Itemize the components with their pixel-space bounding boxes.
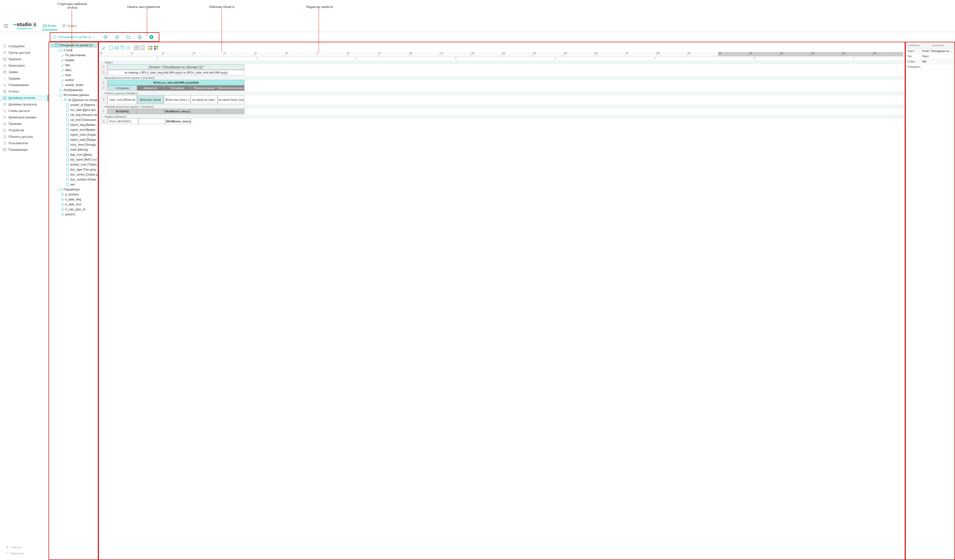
tree-style-item[interactable]: worker bbox=[50, 78, 97, 83]
db-icon[interactable] bbox=[120, 45, 125, 50]
col-header[interactable]: Сотрудник bbox=[108, 85, 137, 91]
tree-field[interactable]: report_norm [Норм... bbox=[50, 132, 97, 137]
prop-row[interactable]: ТипТекст bbox=[906, 54, 955, 59]
play-icon[interactable] bbox=[149, 35, 153, 39]
footer-cell[interactable] bbox=[138, 119, 165, 124]
tree-style-item[interactable]: worker_footer bbox=[50, 83, 97, 87]
menu-icon[interactable] bbox=[4, 24, 8, 28]
footer-cell[interactable] bbox=[137, 109, 164, 114]
sidebar-item-planning[interactable]: Планирование bbox=[0, 82, 48, 88]
tree-param[interactable]: param1 bbox=[50, 212, 97, 217]
tree-param[interactable]: a_workers bbox=[50, 192, 97, 197]
tree-field[interactable]: cal_end [Окончани... bbox=[50, 117, 97, 122]
tree-datasources[interactable]: ⌄Источники данных bbox=[50, 92, 97, 97]
tree-field[interactable]: cur_date [Дата про... bbox=[50, 108, 97, 112]
edit-icon[interactable] bbox=[101, 45, 106, 50]
sidebar-item-monitoring[interactable]: Мониторинг bbox=[0, 62, 48, 69]
folder-icon[interactable] bbox=[126, 35, 131, 39]
sidebar-item-employees[interactable]: Сотрудники bbox=[0, 43, 48, 50]
prop-row[interactable]: ТекстОтчёт "Опоздания по ... bbox=[906, 48, 955, 54]
tree-field[interactable]: doc_series [Серия д... bbox=[50, 172, 97, 177]
tree-field[interactable]: cal_beg [Начало см... bbox=[50, 112, 97, 117]
sidebar-item-requests[interactable]: Заявки bbox=[0, 69, 48, 75]
sidebar-support[interactable]: ?Поддержка bbox=[3, 550, 45, 556]
footer-cell[interactable]: $COUNT() bbox=[108, 109, 137, 114]
tree-field[interactable]: full_name [ФИО сот... bbox=[50, 157, 97, 162]
tree-field[interactable]: report_total [Продо... bbox=[50, 137, 97, 142]
export-icon[interactable] bbox=[138, 35, 142, 39]
tree-field[interactable]: worker_id [Иденти... bbox=[50, 103, 97, 108]
tree-param[interactable]: n_calc_plan_id bbox=[50, 207, 97, 212]
template-dropdown[interactable]: Опоздания по датам (1) ⌄ bbox=[53, 35, 96, 39]
tree-param[interactable]: d_date_end bbox=[50, 202, 97, 207]
tree-params[interactable]: ⌄Параметры bbox=[50, 187, 97, 192]
sidebar-item-journals[interactable]: Журналы bbox=[0, 56, 48, 62]
data-cell[interactable]: ds.value('cal_beg') : bbox=[191, 95, 218, 104]
palette2-icon[interactable] bbox=[154, 45, 158, 50]
tree-field[interactable]: report_beg [Время ... bbox=[50, 122, 97, 127]
data-cell[interactable]: $F{ds,job_name} bbox=[137, 95, 164, 104]
sidebar-item-reports[interactable]: Отчеты bbox=[0, 88, 48, 95]
tree-style-item[interactable]: По умолчанию bbox=[50, 53, 97, 58]
tree-field[interactable]: worker_num [Табел... bbox=[50, 162, 97, 167]
grid1-icon[interactable] bbox=[134, 45, 139, 50]
data-cell[interactable]: $F{ds,miss_time,i,-} bbox=[164, 95, 191, 104]
tab-edit[interactable]: Правка bbox=[61, 22, 78, 30]
footer-cell[interactable]: $SUM{miss_time,i} bbox=[164, 109, 191, 114]
grid2-icon[interactable] bbox=[140, 45, 144, 50]
sidebar-item-devices[interactable]: Устройства bbox=[0, 127, 48, 134]
tree-images[interactable]: Изображения bbox=[50, 87, 97, 92]
sidebar-collapse[interactable]: ≪свернуть bbox=[3, 544, 45, 550]
tree-field[interactable]: report_end [Время ... bbox=[50, 127, 97, 132]
workspace[interactable]: 0123456789101112131415161718192021222324… bbox=[98, 42, 905, 560]
sidebar-item-checks[interactable]: Проверки bbox=[0, 121, 48, 127]
sidebar-item-users[interactable]: Пользователи bbox=[0, 140, 48, 147]
tree-field[interactable]: sex bbox=[50, 182, 97, 187]
tree-field[interactable]: miss_time [Опозда... bbox=[50, 142, 97, 147]
date-header-cell[interactable]: $F{ds,cur_date,ddd.MM.yyyy(ddd)} bbox=[108, 80, 244, 85]
band-header[interactable]: ⌄Верхний колонтитул группы 1 [Details1] bbox=[100, 76, 903, 80]
gear-icon[interactable] bbox=[126, 45, 130, 50]
footer-sum-cell[interactable]: $SUM{miss_time,i} bbox=[165, 119, 192, 124]
sidebar-item-groups[interactable]: Группы доступа bbox=[0, 50, 48, 56]
report-title-cell[interactable]: Отчёт "Опоздания по датам (1)" bbox=[108, 64, 244, 70]
sidebar-item-scheduler[interactable]: Планировщик bbox=[0, 147, 48, 153]
sidebar-item-time-modes[interactable]: Временные режимы bbox=[0, 114, 48, 121]
prop-row[interactable]: Специаль... bbox=[906, 64, 955, 69]
data-cell[interactable]: orker_num} $F{ds,full bbox=[108, 95, 137, 104]
sidebar-item-calc-schemes[interactable]: Схемы расчета bbox=[0, 108, 48, 114]
tree-style-item[interactable]: title bbox=[50, 63, 97, 68]
tab-report[interactable]: Отчет bbox=[42, 22, 57, 30]
prop-row[interactable]: Стильtitle bbox=[906, 59, 955, 64]
band-header[interactable]: ⌄Static1 bbox=[100, 61, 903, 64]
tree-field[interactable]: mark [Метка] bbox=[50, 147, 97, 152]
image-icon[interactable] bbox=[114, 45, 119, 50]
tree-ds[interactable]: ⌄ds [Данные по опозда... bbox=[50, 97, 97, 103]
data-cell[interactable]: ds.value("report_beg bbox=[218, 95, 244, 104]
footer-cell[interactable] bbox=[191, 109, 218, 114]
palette1-icon[interactable] bbox=[148, 45, 153, 50]
sidebar-item-report-designer[interactable]: Дизайнер отчетов bbox=[0, 95, 48, 101]
tree-root[interactable]: ⌄Опоздания по датам (1) bbox=[50, 43, 97, 48]
footer-cell[interactable] bbox=[218, 109, 244, 114]
page-icon[interactable] bbox=[109, 45, 113, 50]
delete-icon[interactable] bbox=[115, 35, 119, 39]
band-header[interactable]: ⌄Нижний колонтитул группы 1 [Details1] bbox=[100, 105, 903, 109]
col-header[interactable]: Должность bbox=[137, 85, 164, 91]
tree-style-item[interactable]: header bbox=[50, 58, 97, 63]
report-subtitle-cell[interactable]: за период с $P{:d_date_beg,ddd.MM.yyyy} … bbox=[108, 70, 244, 75]
col-header[interactable]: Опоздание bbox=[164, 85, 191, 91]
footer-total-cell[interactable]: Итого: $COUNT() bbox=[108, 119, 138, 124]
sidebar-item-access-objects[interactable]: Объекты доступа bbox=[0, 134, 48, 140]
col-header[interactable]: Плановое время bbox=[191, 85, 218, 91]
tree-param[interactable]: d_date_beg bbox=[50, 197, 97, 202]
col-header[interactable]: Фактическое время bbox=[218, 85, 244, 91]
tree-style-item[interactable]: total bbox=[50, 73, 97, 78]
band-header[interactable]: ⌄Подвал [Details1] bbox=[100, 115, 903, 119]
tree-styles[interactable]: ⌄Стили bbox=[50, 48, 97, 53]
tree-field[interactable]: doc_number [Номе... bbox=[50, 177, 97, 182]
sidebar-item-charts[interactable]: Графики bbox=[0, 75, 48, 82]
add-icon[interactable] bbox=[103, 35, 108, 39]
tree-field[interactable]: doc_type [Тип доку... bbox=[50, 167, 97, 172]
sidebar-item-pass-designer[interactable]: Дизайнер пропусков bbox=[0, 101, 48, 108]
